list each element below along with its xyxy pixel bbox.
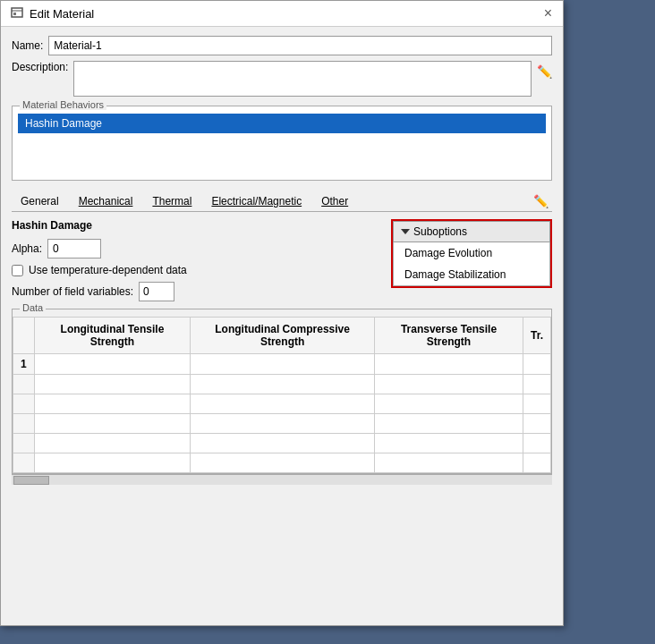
tab-general[interactable]: General <box>12 191 68 211</box>
title-bar: Edit Material × <box>1 1 563 27</box>
data-section-label: Data <box>20 302 46 313</box>
alpha-label: Alpha: <box>12 242 42 255</box>
table-row: 1 <box>13 354 551 375</box>
field-vars-input[interactable] <box>139 282 174 301</box>
table-body: 1 <box>13 354 551 473</box>
svg-rect-2 <box>13 13 16 15</box>
col-header-long-tensile: Longitudinal Tensile Strength <box>34 318 191 354</box>
close-button[interactable]: × <box>542 6 554 21</box>
suboption-damage-evolution[interactable]: Damage Evolution <box>394 242 549 264</box>
temp-dependent-checkbox[interactable] <box>12 265 23 276</box>
suboptions-label: Suboptions <box>413 225 467 238</box>
col-header-trans-tensile: Transverse Tensile Strength <box>375 318 523 354</box>
scrollbar-thumb[interactable] <box>13 476 49 485</box>
tab-other[interactable]: Other <box>312 191 357 211</box>
name-label: Name: <box>12 39 43 52</box>
name-input[interactable] <box>48 36 552 55</box>
pencil-icon[interactable]: ✏️ <box>537 64 552 79</box>
tabs-left: General Mechanical Thermal Electrical/Ma… <box>12 191 357 211</box>
description-input[interactable] <box>73 61 532 97</box>
alpha-input[interactable] <box>47 239 101 258</box>
description-label: Description: <box>12 61 68 73</box>
table-row <box>13 414 551 434</box>
row-num-1: 1 <box>13 354 35 375</box>
svg-rect-0 <box>12 8 22 17</box>
suboptions-panel: Suboptions Damage Evolution Damage Stabi… <box>391 219 552 288</box>
cell-long-compressive-1[interactable] <box>191 354 375 375</box>
title-bar-left: Edit Material <box>10 6 94 21</box>
name-row: Name: <box>12 36 552 55</box>
tab-electrical-magnetic[interactable]: Electrical/Magnetic <box>202 191 310 211</box>
cell-tr-1[interactable] <box>523 354 550 375</box>
dialog-icon <box>10 6 24 21</box>
dialog-content: Name: Description: ✏️ Material Behaviors… <box>1 27 563 494</box>
behavior-item-hashin[interactable]: Hashin Damage <box>18 114 546 133</box>
suboptions-arrow-icon <box>401 229 410 234</box>
col-header-long-compressive: Longitudinal Compressive Strength <box>191 318 375 354</box>
description-row: Description: ✏️ <box>12 61 552 97</box>
data-table: Longitudinal Tensile Strength Longitudin… <box>13 317 551 473</box>
col-header-tr: Tr. <box>523 318 550 354</box>
dialog-title: Edit Material <box>30 7 94 21</box>
table-header-row: Longitudinal Tensile Strength Longitudin… <box>13 318 551 354</box>
edit-material-dialog: Edit Material × Name: Description: ✏️ Ma… <box>0 0 564 626</box>
tab-edit-icon[interactable]: ✏️ <box>533 194 549 208</box>
suboptions-header[interactable]: Suboptions <box>393 221 550 242</box>
col-header-num <box>13 318 35 354</box>
cell-trans-tensile-1[interactable] <box>375 354 523 375</box>
suboption-damage-stabilization[interactable]: Damage Stabilization <box>394 264 549 285</box>
tab-mechanical[interactable]: Mechanical <box>70 191 142 211</box>
suboptions-menu: Damage Evolution Damage Stabilization <box>393 242 550 286</box>
tabs-row: General Mechanical Thermal Electrical/Ma… <box>12 188 552 212</box>
table-row <box>13 434 551 453</box>
table-row <box>13 375 551 394</box>
field-vars-label: Number of field variables: <box>12 285 133 298</box>
data-section: Data Longitudinal Tensile Strength Longi… <box>12 309 552 474</box>
horizontal-scrollbar[interactable] <box>12 474 552 485</box>
cell-long-tensile-1[interactable] <box>34 354 191 375</box>
behaviors-list: Hashin Damage <box>18 114 546 176</box>
material-behaviors-section: Material Behaviors Hashin Damage <box>12 106 552 181</box>
table-row <box>13 394 551 414</box>
table-row <box>13 453 551 473</box>
temp-checkbox-label: Use temperature-dependent data <box>29 264 187 276</box>
material-behaviors-label: Material Behaviors <box>20 99 106 110</box>
tab-thermal[interactable]: Thermal <box>143 191 200 211</box>
hashin-form: Hashin Damage Alpha: Use temperature-dep… <box>12 219 552 301</box>
